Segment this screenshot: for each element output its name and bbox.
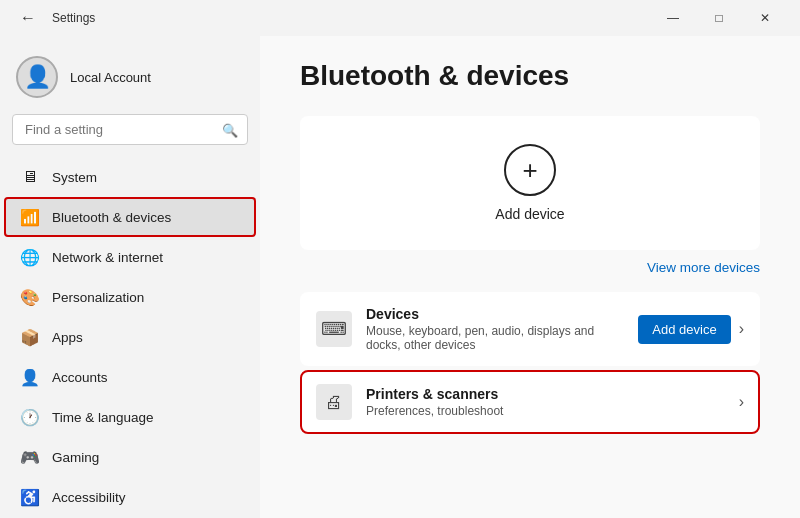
bluetooth-icon: 📶 — [20, 207, 40, 227]
sidebar-item-label-apps: Apps — [52, 330, 83, 345]
printers-icon: 🖨 — [316, 384, 352, 420]
sidebar-item-apps[interactable]: 📦 Apps — [4, 317, 256, 357]
devices-action: Add device › — [638, 315, 744, 344]
user-name: Local Account — [70, 70, 151, 85]
sidebar-item-label-personalization: Personalization — [52, 290, 144, 305]
back-button[interactable]: ← — [12, 5, 44, 31]
sidebar-item-label-accessibility: Accessibility — [52, 490, 126, 505]
time-icon: 🕐 — [20, 407, 40, 427]
accounts-icon: 👤 — [20, 367, 40, 387]
search-input[interactable] — [12, 114, 248, 145]
user-section: 👤 Local Account — [0, 44, 260, 114]
search-icon: 🔍 — [222, 122, 238, 137]
sidebar-item-system[interactable]: 🖥 System — [4, 157, 256, 197]
titlebar-left: ← Settings — [12, 5, 95, 31]
user-icon: 👤 — [24, 64, 51, 90]
settings-item-printers[interactable]: 🖨 Printers & scanners Preferences, troub… — [300, 370, 760, 434]
sidebar-item-label-system: System — [52, 170, 97, 185]
network-icon: 🌐 — [20, 247, 40, 267]
sidebar-item-label-time: Time & language — [52, 410, 154, 425]
sidebar-item-label-gaming: Gaming — [52, 450, 99, 465]
devices-icon: ⌨ — [316, 311, 352, 347]
sidebar-item-network[interactable]: 🌐 Network & internet — [4, 237, 256, 277]
close-button[interactable]: ✕ — [742, 0, 788, 36]
sidebar-item-personalization[interactable]: 🎨 Personalization — [4, 277, 256, 317]
titlebar-controls: — □ ✕ — [650, 0, 788, 36]
sidebar-item-label-accounts: Accounts — [52, 370, 108, 385]
accessibility-icon: ♿ — [20, 487, 40, 507]
printers-title: Printers & scanners — [366, 386, 725, 402]
printers-action: › — [739, 393, 744, 411]
add-device-label: Add device — [495, 206, 564, 222]
view-more-link[interactable]: View more devices — [647, 260, 760, 275]
sidebar-item-accessibility[interactable]: ♿ Accessibility — [4, 477, 256, 517]
devices-title: Devices — [366, 306, 624, 322]
printers-subtitle: Preferences, troubleshoot — [366, 404, 725, 418]
search-box: 🔍 — [12, 114, 248, 145]
devices-subtitle: Mouse, keyboard, pen, audio, displays an… — [366, 324, 624, 352]
minimize-button[interactable]: — — [650, 0, 696, 36]
titlebar: ← Settings — □ ✕ — [0, 0, 800, 36]
sidebar-item-label-bluetooth: Bluetooth & devices — [52, 210, 171, 225]
personalization-icon: 🎨 — [20, 287, 40, 307]
nav-list: 🖥 System 📶 Bluetooth & devices 🌐 Network… — [0, 157, 260, 518]
app-container: 👤 Local Account 🔍 🖥 System 📶 Bluetooth &… — [0, 36, 800, 518]
gaming-icon: 🎮 — [20, 447, 40, 467]
add-device-circle-icon: + — [504, 144, 556, 196]
sidebar-item-time[interactable]: 🕐 Time & language — [4, 397, 256, 437]
settings-list: ⌨ Devices Mouse, keyboard, pen, audio, d… — [300, 292, 760, 434]
maximize-button[interactable]: □ — [696, 0, 742, 36]
system-icon: 🖥 — [20, 167, 40, 187]
sidebar-item-gaming[interactable]: 🎮 Gaming — [4, 437, 256, 477]
page-title: Bluetooth & devices — [300, 60, 760, 92]
sidebar-item-accounts[interactable]: 👤 Accounts — [4, 357, 256, 397]
devices-text: Devices Mouse, keyboard, pen, audio, dis… — [366, 306, 624, 352]
add-device-btn-devices[interactable]: Add device — [638, 315, 730, 344]
settings-item-devices[interactable]: ⌨ Devices Mouse, keyboard, pen, audio, d… — [300, 292, 760, 366]
chevron-right-icon-devices: › — [739, 320, 744, 338]
avatar: 👤 — [16, 56, 58, 98]
printers-text: Printers & scanners Preferences, trouble… — [366, 386, 725, 418]
titlebar-title: Settings — [52, 11, 95, 25]
view-more-section: View more devices — [300, 258, 760, 276]
sidebar: 👤 Local Account 🔍 🖥 System 📶 Bluetooth &… — [0, 36, 260, 518]
apps-icon: 📦 — [20, 327, 40, 347]
sidebar-item-label-network: Network & internet — [52, 250, 163, 265]
content-area: Bluetooth & devices + Add device View mo… — [260, 36, 800, 518]
sidebar-item-bluetooth[interactable]: 📶 Bluetooth & devices — [4, 197, 256, 237]
chevron-right-icon-printers: › — [739, 393, 744, 411]
add-device-card[interactable]: + Add device — [300, 116, 760, 250]
